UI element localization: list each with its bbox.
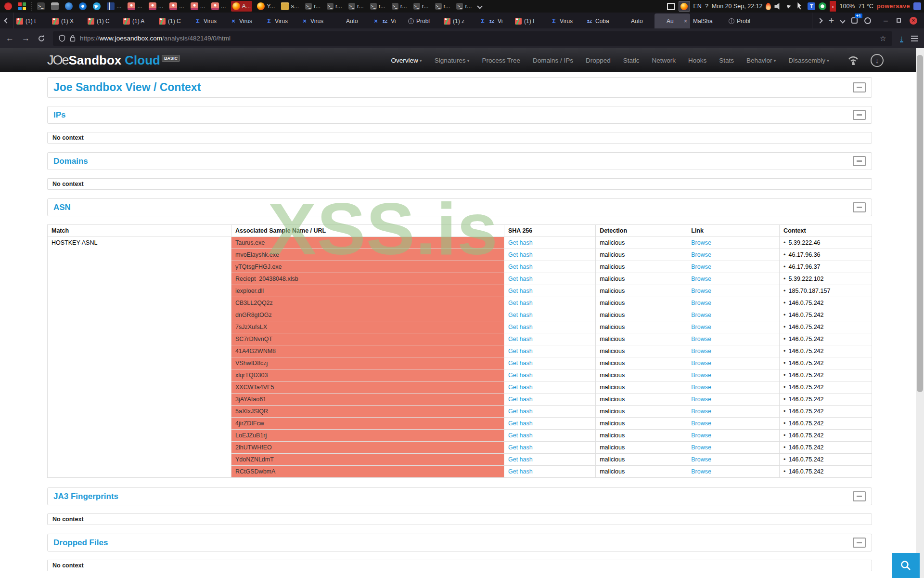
browse-link[interactable]: Browse	[691, 384, 711, 391]
tab[interactable]: (1) C	[156, 13, 192, 28]
url-bar[interactable]: https://www.joesandbox.com/analysis/4821…	[53, 31, 892, 46]
get-hash-link[interactable]: Get hash	[508, 372, 533, 379]
collapse-ja3-button[interactable]	[853, 491, 866, 501]
get-hash-link[interactable]: Get hash	[508, 288, 533, 294]
tab[interactable]: Auto	[334, 13, 370, 28]
get-hash-link[interactable]: Get hash	[508, 384, 533, 391]
tab[interactable]: ΣVirus	[192, 13, 227, 28]
collapse-dropped-button[interactable]	[853, 538, 866, 548]
extension-button[interactable]: +1	[851, 17, 858, 24]
nav-network[interactable]: Network	[652, 57, 676, 64]
get-hash-link[interactable]: Get hash	[508, 348, 533, 355]
browse-link[interactable]: Browse	[691, 408, 711, 415]
tab[interactable]: ΣzZVi	[476, 13, 512, 28]
taskbar-item[interactable]	[91, 1, 102, 12]
get-hash-link[interactable]: Get hash	[508, 468, 533, 475]
tab-list-dropdown-button[interactable]	[840, 18, 845, 23]
get-hash-link[interactable]: Get hash	[508, 276, 533, 282]
flame-icon[interactable]	[766, 3, 771, 10]
taskbar-item[interactable]	[17, 1, 27, 12]
joesandbox-logo[interactable]: JOe Sandbox Cloud BASIC	[47, 53, 180, 68]
taskbar-item[interactable]: ...	[189, 1, 206, 12]
tab[interactable]: (1) A	[120, 13, 156, 28]
taskbar-item[interactable]	[3, 1, 13, 12]
close-window-button[interactable]: ×	[910, 17, 917, 25]
get-hash-link[interactable]: Get hash	[508, 312, 533, 318]
nav-process-tree[interactable]: Process Tree	[482, 57, 520, 64]
browse-link[interactable]: Browse	[691, 324, 711, 330]
new-tab-button[interactable]: +	[829, 15, 834, 26]
lock-icon[interactable]	[70, 35, 76, 42]
nav-hooks[interactable]: Hooks	[688, 57, 706, 64]
tab[interactable]: ΣVirus	[548, 13, 583, 28]
get-hash-link[interactable]: Get hash	[508, 263, 533, 270]
collapse-domains-button[interactable]	[853, 156, 866, 166]
taskbar-item[interactable]	[50, 1, 60, 12]
page-scrollbar[interactable]	[916, 48, 924, 578]
tab[interactable]: iProbl	[726, 13, 761, 28]
shield-icon[interactable]	[59, 35, 65, 42]
get-hash-link[interactable]: Get hash	[508, 420, 533, 427]
browse-link[interactable]: Browse	[691, 312, 711, 318]
tab-active[interactable]: Au×	[654, 13, 690, 28]
browse-link[interactable]: Browse	[691, 348, 711, 355]
ffbox-icon[interactable]	[679, 1, 690, 12]
bookmark-star-icon[interactable]: ☆	[880, 34, 886, 43]
tab[interactable]: MalSha	[690, 13, 726, 28]
taskbar-item[interactable]: >_r...	[390, 1, 409, 12]
taskbar-item[interactable]: s...	[280, 1, 300, 12]
browse-link[interactable]: Browse	[691, 288, 711, 294]
scrollbar-thumb[interactable]	[917, 55, 923, 392]
taskbar-item[interactable]: >_r...	[434, 1, 452, 12]
taskbar-item[interactable]: ...	[210, 1, 227, 12]
taskbar-item[interactable]: A...	[231, 1, 253, 12]
collapse-asn-button[interactable]	[853, 202, 866, 212]
pager-icon[interactable]	[667, 3, 675, 10]
tab[interactable]: zZCoba	[583, 13, 619, 28]
nav-disassembly[interactable]: Disassembly▾	[788, 57, 829, 64]
browse-link[interactable]: Browse	[691, 432, 711, 439]
tab[interactable]: ΣVirus	[263, 13, 298, 28]
taskbar-item[interactable]: >_r...	[369, 1, 387, 12]
menu-hamburger-icon[interactable]	[911, 34, 918, 43]
mute-icon[interactable]	[774, 2, 782, 10]
collapse-ips-button[interactable]	[853, 110, 866, 120]
nav-domains-ips[interactable]: Domains / IPs	[533, 57, 573, 64]
browse-link[interactable]: Browse	[691, 300, 711, 306]
browse-link[interactable]: Browse	[691, 336, 711, 342]
get-hash-link[interactable]: Get hash	[508, 360, 533, 367]
browse-link[interactable]: Browse	[691, 396, 711, 403]
taskbar-item[interactable]	[64, 1, 74, 12]
taskbar-item[interactable]: >_	[36, 1, 46, 12]
browse-link[interactable]: Browse	[691, 276, 711, 282]
get-hash-link[interactable]: Get hash	[508, 456, 533, 463]
browse-link[interactable]: Browse	[691, 444, 711, 451]
taskbar-item[interactable]: >_r...	[347, 1, 365, 12]
taskbar-item[interactable]: >_r...	[412, 1, 430, 12]
collapse-title-button[interactable]	[853, 82, 866, 92]
get-hash-link[interactable]: Get hash	[508, 336, 533, 342]
browse-link[interactable]: Browse	[691, 468, 711, 475]
tab-scroll-left-button[interactable]	[0, 13, 13, 28]
telegram-tray-icon[interactable]	[785, 2, 793, 10]
nav-static[interactable]: Static	[623, 57, 640, 64]
minimize-button[interactable]: –	[884, 16, 888, 25]
tab[interactable]: ×Virus	[298, 13, 334, 28]
taskbar-item[interactable]: ...	[147, 1, 165, 12]
bluesq-icon[interactable]	[913, 2, 921, 10]
tab[interactable]: (1) X	[49, 13, 85, 28]
get-hash-link[interactable]: Get hash	[508, 432, 533, 439]
get-hash-link[interactable]: Get hash	[508, 239, 533, 246]
taskbar-item[interactable]	[77, 1, 88, 12]
taskbar-item[interactable]: >_r...	[325, 1, 344, 12]
taskbar-item[interactable]: ...	[105, 1, 123, 12]
get-hash-link[interactable]: Get hash	[508, 396, 533, 403]
nav-signatures[interactable]: Signatures▾	[435, 57, 470, 64]
taskbar-overflow-button[interactable]	[476, 1, 483, 12]
get-hash-link[interactable]: Get hash	[508, 251, 533, 258]
browse-link[interactable]: Browse	[691, 360, 711, 367]
restore-button[interactable]	[897, 18, 901, 23]
browse-link[interactable]: Browse	[691, 263, 711, 270]
taskbar-item[interactable]: >_r...	[455, 1, 473, 12]
tab[interactable]: (1) C	[85, 13, 120, 28]
